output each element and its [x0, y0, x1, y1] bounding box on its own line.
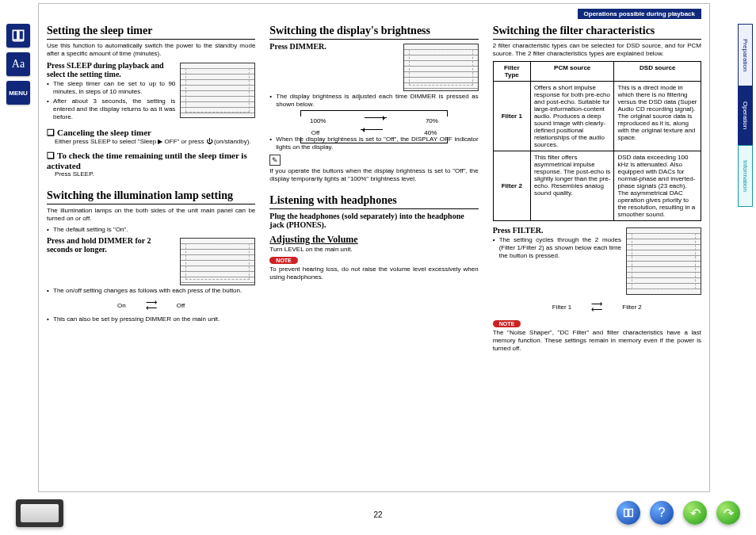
arrow-icon: [361, 129, 383, 130]
th-dsd: DSD source: [614, 62, 701, 82]
filter-cycle: Filter 1 Filter 2: [493, 300, 701, 314]
font-size-icon[interactable]: Aa: [6, 52, 30, 76]
arrow-icon: [140, 298, 162, 312]
state-on: On: [117, 302, 126, 309]
filter2-dsd: DSD data exceeding 100 kHz is attenuated…: [614, 151, 701, 221]
table-row: Filter 1 Offers a short impulse response…: [493, 82, 701, 151]
filter-bullet-1: The setting cycles through the 2 modes (…: [493, 236, 701, 260]
page-number: 22: [373, 510, 382, 519]
filter-note: The "Noise Shaper", "DC Filter" and filt…: [493, 329, 701, 353]
brightness-bullet-2: When the display brightness is set to "O…: [269, 136, 478, 151]
heading-sleep-timer: Setting the sleep timer: [47, 25, 255, 40]
brightness-bullet-1: The display brightness is adjusted each …: [269, 93, 478, 109]
headphones-instruction: Plug the headphones (sold separately) in…: [269, 212, 478, 229]
filter1-pcm: Offers a short impulse response for both…: [530, 82, 614, 151]
th-pcm: PCM source: [530, 62, 614, 82]
heading-brightness: Switching the display's brightness: [269, 25, 478, 40]
manual-page: Operations possible during playback Sett…: [38, 3, 710, 492]
pct-70: 70%: [426, 117, 438, 124]
adjust-volume-text: Turn LEVEL on the main unit.: [269, 246, 478, 254]
heading-headphones: Listening with headphones: [269, 194, 478, 209]
state-off: Off: [177, 302, 185, 309]
heading-lamp: Switching the illumination lamp setting: [47, 189, 255, 204]
cycle-filter1: Filter 1: [552, 304, 571, 311]
arrow-icon: [586, 300, 608, 314]
heading-check-sleep: To check the time remaining until the sl…: [47, 151, 255, 170]
brightness-note: If you operate the buttons when the disp…: [269, 167, 478, 183]
note-badge: NOTE: [493, 320, 521, 327]
cycle-filter2: Filter 2: [622, 304, 641, 311]
tab-operation[interactable]: Operation: [738, 86, 753, 144]
tab-preparation[interactable]: Preparation: [738, 24, 753, 86]
brightness-cycle: 100% 70% Off 40%: [291, 110, 458, 134]
pct-100: 100%: [310, 117, 326, 124]
back-button[interactable]: ↶: [683, 501, 707, 525]
section-banner: Operations possible during playback: [578, 9, 701, 19]
th-type: Filter Type: [493, 62, 530, 82]
device-thumbnail[interactable]: [16, 499, 63, 527]
filter2-pcm: This filter offers asymmetrical impulse …: [530, 151, 614, 221]
note-badge: NOTE: [269, 257, 297, 264]
column-2: Switching the display's brightness Press…: [269, 25, 478, 485]
filter1-dsd: This is a direct mode in which there is …: [614, 82, 701, 151]
pencil-icon: ✎: [269, 155, 281, 166]
forward-button[interactable]: ↷: [716, 501, 740, 525]
menu-icon[interactable]: MENU: [6, 81, 30, 105]
heading-adjust-volume: Adjusting the Volume: [269, 234, 478, 246]
arrow-icon: [365, 117, 387, 118]
on-off-cycle: On Off: [47, 298, 255, 312]
lamp-bullet-1: The on/off setting changes as follows wi…: [47, 287, 255, 295]
sleep-bullet-2: After about 3 seconds, the setting is en…: [47, 97, 255, 121]
filter1-label: Filter 1: [493, 82, 530, 151]
remote-diagram-3: [403, 44, 479, 91]
table-row: Filter 2 This filter offers asymmetrical…: [493, 151, 701, 221]
table-row: Filter Type PCM source DSD source: [493, 62, 701, 82]
nav-icons: ? ↶ ↷: [617, 501, 740, 525]
lamp-bullet-2: This can also be set by pressing DIMMER …: [47, 315, 255, 323]
filter-intro: 2 filter characteristic types can be sel…: [493, 42, 701, 58]
sleep-bullet-1: The sleep timer can be set to up to 90 m…: [47, 80, 255, 96]
lamp-intro: The illumination lamps on the both sides…: [47, 207, 255, 223]
heading-filter: Switching the filter characteristics: [493, 25, 701, 40]
column-3: Switching the filter characteristics 2 f…: [493, 25, 701, 485]
column-1: Setting the sleep timer Use this functio…: [47, 25, 255, 485]
heading-cancel-sleep: Canceling the sleep timer: [47, 128, 255, 138]
tab-information[interactable]: Information: [738, 145, 753, 207]
remote-diagram-2: [180, 238, 255, 285]
filter-table: Filter Type PCM source DSD source Filter…: [493, 61, 701, 221]
book-icon[interactable]: [6, 24, 30, 48]
left-rail: Aa MENU: [6, 24, 30, 105]
toc-button[interactable]: [617, 501, 640, 525]
section-tabs: Preparation Operation Information: [738, 24, 753, 207]
filter2-label: Filter 2: [493, 151, 530, 221]
check-sleep-text: Press SLEEP.: [55, 170, 255, 178]
lamp-default: The default setting is "On".: [47, 226, 255, 234]
footer: 22 ? ↶ ↷: [0, 495, 756, 530]
headphones-note: To prevent hearing loss, do not raise th…: [269, 266, 478, 281]
sleep-intro: Use this function to automatically switc…: [47, 42, 255, 58]
cancel-sleep-text: Either press SLEEP to select "Sleep ▶ OF…: [55, 138, 255, 146]
help-button[interactable]: ?: [650, 501, 674, 525]
